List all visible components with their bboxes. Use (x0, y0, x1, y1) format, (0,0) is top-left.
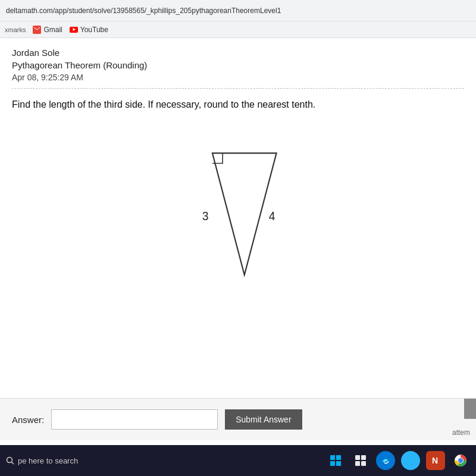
svg-rect-8 (336, 455, 341, 460)
svg-text:3: 3 (202, 209, 209, 223)
browser-bar: deltamath.com/app/student/solve/13958565… (0, 0, 476, 21)
answer-label: Answer: (12, 415, 44, 425)
student-name: Jordan Sole (12, 48, 464, 58)
answer-section: Answer: Submit Answer (0, 398, 476, 440)
svg-line-6 (12, 462, 14, 465)
svg-marker-2 (212, 153, 277, 275)
taskbar-search[interactable]: pe here to search (6, 456, 321, 465)
svg-rect-10 (336, 461, 341, 466)
taskbar-center-icon[interactable] (351, 451, 370, 470)
taskbar: pe here to search (0, 445, 476, 476)
search-icon (6, 456, 14, 465)
answer-right-button[interactable] (464, 399, 476, 419)
content-area: Jordan Sole Pythagorean Theorem (Roundin… (0, 38, 476, 340)
bookmark-gmail[interactable]: Gmail (33, 26, 62, 34)
onedrive-icon[interactable] (401, 451, 420, 470)
answer-input[interactable] (51, 409, 218, 430)
svg-point-18 (407, 457, 414, 463)
svg-point-5 (7, 458, 12, 463)
youtube-icon (70, 27, 78, 33)
section-divider (12, 88, 464, 89)
xmarks-label: xmarks (5, 26, 26, 33)
svg-rect-9 (330, 461, 335, 466)
triangle-diagram: 3 4 (173, 134, 303, 300)
svg-rect-12 (361, 455, 366, 460)
submit-button[interactable]: Submit Answer (225, 409, 302, 430)
office-icon[interactable]: N (426, 451, 445, 470)
svg-rect-11 (355, 455, 360, 460)
gmail-label: Gmail (43, 26, 62, 34)
youtube-label: YouTube (80, 26, 108, 34)
svg-rect-13 (355, 461, 360, 466)
windows-icon[interactable] (326, 451, 345, 470)
svg-text:N: N (432, 456, 438, 465)
bookmark-xmarks[interactable]: xmarks (5, 26, 26, 33)
diagram-container: 3 4 (12, 128, 464, 306)
taskbar-icons: N (326, 451, 470, 470)
bookmarks-bar: xmarks Gmail YouTube (0, 21, 476, 38)
chrome-icon[interactable] (451, 451, 470, 470)
svg-rect-14 (361, 461, 366, 466)
question-text: Find the length of the third side. If ne… (12, 99, 464, 110)
taskbar-search-text: pe here to search (18, 456, 78, 465)
attempt-text: attem (452, 428, 470, 437)
svg-text:4: 4 (269, 209, 275, 223)
assignment-title: Pythagorean Theorem (Rounding) (12, 60, 464, 70)
edge-icon[interactable] (376, 451, 395, 470)
svg-rect-7 (330, 455, 335, 460)
bookmark-youtube[interactable]: YouTube (70, 26, 108, 34)
timestamp: Apr 08, 9:25:29 AM (12, 73, 464, 82)
gmail-icon (33, 26, 41, 34)
url-bar[interactable]: deltamath.com/app/student/solve/13958565… (6, 7, 470, 15)
svg-point-23 (459, 459, 462, 462)
